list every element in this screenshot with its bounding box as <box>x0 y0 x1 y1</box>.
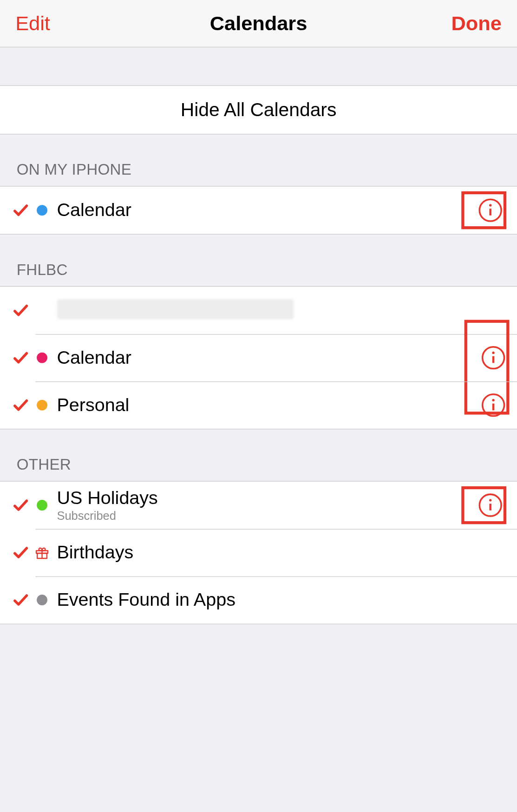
calendar-row[interactable]: Events Found in Apps <box>0 576 517 624</box>
calendar-row[interactable]: Birthdays <box>0 529 517 576</box>
calendar-name: Calendar <box>57 200 461 221</box>
svg-point-8 <box>492 399 494 401</box>
hide-all-button[interactable]: Hide All Calendars <box>0 85 517 135</box>
section-group: US HolidaysSubscribedBirthdaysEvents Fou… <box>0 481 517 624</box>
info-icon[interactable] <box>478 197 504 223</box>
calendar-name: Calendar <box>57 347 465 368</box>
calendar-name: Birthdays <box>57 542 465 563</box>
info-cell[interactable] <box>461 191 506 229</box>
page-title: Calendars <box>210 12 308 35</box>
edit-button[interactable]: Edit <box>15 12 50 35</box>
calendar-subtitle: Subscribed <box>57 510 461 523</box>
calendar-row[interactable] <box>0 287 517 334</box>
section-header: ON MY IPHONE <box>0 134 517 186</box>
calendar-row[interactable]: Calendar <box>0 187 517 234</box>
info-cell[interactable] <box>465 345 506 371</box>
calendar-row[interactable]: Calendar <box>0 334 517 381</box>
info-icon[interactable] <box>480 392 506 418</box>
info-cell[interactable] <box>465 392 506 418</box>
calendar-color-dot <box>32 353 52 363</box>
calendar-name: US Holidays <box>57 487 461 508</box>
check-icon[interactable] <box>9 591 32 609</box>
gift-icon <box>32 545 52 560</box>
svg-point-11 <box>489 499 491 501</box>
section-group: Calendar <box>0 186 517 235</box>
svg-point-5 <box>492 352 494 354</box>
section-header: FHLBC <box>0 235 517 286</box>
check-icon[interactable] <box>9 349 32 367</box>
check-icon[interactable] <box>9 301 32 319</box>
calendar-color-dot <box>32 500 52 511</box>
calendar-color-dot <box>32 205 52 216</box>
done-button[interactable]: Done <box>452 12 502 35</box>
screen: Edit Calendars Done Hide All Calendars O… <box>0 0 517 719</box>
check-icon[interactable] <box>9 496 32 514</box>
calendar-row[interactable]: Personal <box>0 381 517 429</box>
check-icon[interactable] <box>9 202 32 219</box>
check-icon[interactable] <box>9 396 32 414</box>
navbar: Edit Calendars Done <box>0 0 517 47</box>
info-cell[interactable] <box>461 486 506 524</box>
calendar-name: Personal <box>57 394 465 415</box>
check-icon[interactable] <box>9 544 32 561</box>
section-header: OTHER <box>0 429 517 481</box>
svg-point-2 <box>489 204 491 206</box>
calendar-name-obscured <box>57 299 294 319</box>
calendar-color-dot <box>32 400 52 411</box>
calendar-row[interactable]: US HolidaysSubscribed <box>0 482 517 529</box>
calendar-name: Events Found in Apps <box>57 589 465 610</box>
info-icon[interactable] <box>480 345 506 371</box>
calendar-color-dot <box>32 595 52 605</box>
info-icon[interactable] <box>478 492 504 518</box>
section-group: CalendarPersonal <box>0 286 517 430</box>
